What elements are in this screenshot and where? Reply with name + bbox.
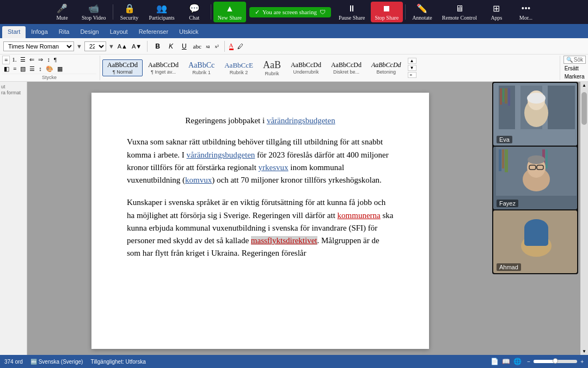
tab-referenser[interactable]: Referenser [133, 26, 174, 38]
line-spacing-button[interactable]: ↕ [37, 65, 44, 73]
style-heading2[interactable]: AaBbCcE Rubrik 2 [220, 60, 258, 76]
link-yrkesvux[interactable]: yrkesvux [259, 163, 289, 172]
show-marks-button[interactable]: ¶ [52, 56, 58, 64]
svg-rect-5 [500, 88, 502, 105]
style-subtle-emph[interactable]: AaBbCcDd Diskret be... [327, 60, 366, 76]
web-layout-button[interactable]: 🌐 [513, 358, 522, 365]
tab-infoga[interactable]: Infoga [26, 26, 53, 38]
decrease-font-button[interactable]: A▼ [132, 43, 142, 50]
more-icon: ••• [522, 4, 531, 14]
style-subtitle[interactable]: AaBbCcDd Underrubrik [286, 60, 326, 76]
language-flag: 🔤 [30, 359, 37, 365]
chat-button[interactable]: 💬 Chat [180, 2, 209, 22]
align-center-button[interactable]: ≡ [11, 65, 18, 73]
strikethrough-button[interactable]: abc [193, 43, 201, 50]
style-emphasis[interactable]: AaBbCcDd Betoning [367, 60, 406, 76]
annotate-button[interactable]: ✏️ Annotate [408, 2, 437, 22]
underline-button[interactable]: U [179, 41, 190, 51]
search-icon: 🔍 [566, 57, 573, 63]
multi-list-button[interactable]: ☰ [19, 56, 27, 64]
font-family-select[interactable]: Times New Roman [3, 41, 74, 51]
replace-button[interactable]: Ersätt [564, 65, 586, 72]
stop-icon: ⏹ [382, 4, 391, 14]
scroll-down-arrow[interactable]: ▼ [582, 349, 586, 354]
styles-scroll-down[interactable]: ▼ [408, 65, 416, 71]
link-kommunerna[interactable]: kommunerna [338, 211, 381, 220]
security-icon: 🔒 [124, 3, 135, 14]
video-panel: Eva [492, 82, 578, 274]
zoom-minus[interactable]: − [527, 359, 530, 365]
read-mode-button[interactable]: 📖 [502, 358, 510, 365]
font-color-button[interactable]: A [229, 42, 234, 50]
remote-control-button[interactable]: 🖥 Remote Control [438, 2, 481, 22]
paragraph-group-label: Stycke [2, 74, 96, 80]
style-heading1[interactable]: AaBbCc Rubrik 1 [184, 60, 219, 76]
sort-button[interactable]: ↕ [45, 56, 52, 64]
svg-rect-31 [524, 227, 548, 246]
superscript-button[interactable]: x² [215, 44, 218, 49]
styles-scroll-up[interactable]: ▲ [408, 58, 416, 64]
indent-decrease-button[interactable]: ⇐ [28, 56, 36, 64]
chat-icon: 💬 [189, 3, 200, 14]
document-scroll-area[interactable]: Regeringens jobbpaket i vårändringsbudge… [27, 82, 580, 355]
participants-button[interactable]: 👥 Participants [145, 2, 179, 22]
style-title[interactable]: AaB Rubrik [259, 58, 285, 77]
subscript-button[interactable]: x₂ [206, 44, 211, 49]
align-left-button[interactable]: ◧ [2, 65, 11, 73]
svg-rect-19 [546, 149, 548, 168]
apps-icon: ⊞ [493, 3, 500, 14]
heading-link[interactable]: vårändringsbudgeten [267, 116, 335, 125]
link-komvux[interactable]: komvux [185, 176, 212, 184]
styles-more[interactable]: ≡ [408, 72, 416, 78]
bullet-list-button[interactable]: ≡ [2, 56, 10, 64]
scroll-up-arrow[interactable]: ▲ [582, 83, 586, 88]
annotate-icon: ✏️ [416, 3, 427, 14]
tab-design[interactable]: Design [75, 26, 104, 38]
highlight-button[interactable]: 🖊 [236, 43, 245, 50]
stop-video-button[interactable]: 📹 Stop Video [77, 2, 111, 22]
pause-share-button[interactable]: ⏸ Pause Share [334, 2, 370, 22]
font-size-select[interactable]: 22 [84, 41, 106, 51]
numbered-list-button[interactable]: 1. [10, 56, 18, 64]
screen-sharing-banner: ✓ You are screen sharing 🛡 [249, 7, 331, 17]
select-button[interactable]: Markera [564, 73, 586, 80]
style-normal[interactable]: AaBbCcDd ¶ Normal [102, 59, 143, 76]
align-right-button[interactable]: ▧ [19, 65, 27, 73]
search-field-container[interactable]: 🔍 Sök [564, 56, 586, 64]
indent-increase-button[interactable]: ⇒ [36, 56, 45, 64]
more-button[interactable]: ••• Mor... [512, 2, 540, 22]
accessibility-status[interactable]: Tillgänglighet: Utforska [90, 359, 145, 365]
language-indicator: 🔤 Svenska (Sverige) [30, 359, 83, 365]
security-button[interactable]: 🔒 Security [115, 2, 144, 22]
increase-font-button[interactable]: A▲ [118, 43, 127, 50]
link-varandringsbudgeten[interactable]: vårändringsbudgeten [187, 150, 255, 159]
style-no-spacing[interactable]: AaBbCcDd ¶ Inget av... [144, 60, 183, 76]
tab-start[interactable]: Start [2, 26, 26, 38]
bold-button[interactable]: B [152, 41, 163, 51]
vertical-scrollbar[interactable]: ▲ ▼ [580, 82, 588, 355]
shading-button[interactable]: 🎨 [44, 65, 55, 73]
border-button[interactable]: ▦ [56, 65, 64, 73]
toolbar-separator-3 [405, 4, 406, 20]
new-share-button[interactable]: ▲ New Share [213, 2, 246, 22]
toolbar-divider-2 [224, 41, 225, 52]
mute-button[interactable]: 🎤 Mute [48, 2, 76, 22]
ribbon-tab-bar: Start Infoga Rita Design Layout Referens… [0, 24, 588, 38]
zoom-slider[interactable] [534, 360, 577, 363]
italic-button[interactable]: K [166, 41, 176, 51]
scrollbar-thumb[interactable] [581, 92, 587, 125]
link-massflyktsdirektivet[interactable]: massflyktsdirektivet [251, 236, 317, 245]
stop-share-button[interactable]: ⏹ Stop Share [371, 2, 403, 22]
svg-rect-8 [508, 88, 510, 106]
apps-button[interactable]: ⊞ Apps [482, 2, 511, 22]
tab-utskick[interactable]: Utskick [174, 26, 204, 38]
tab-rita[interactable]: Rita [53, 26, 75, 38]
justify-button[interactable]: ☰ [28, 65, 36, 73]
zoom-plus[interactable]: + [580, 359, 584, 365]
tab-layout[interactable]: Layout [105, 26, 133, 38]
word-count: 374 ord [4, 359, 23, 365]
view-mode-button[interactable]: 📄 [491, 358, 499, 365]
document-heading: Regeringens jobbpaket i vårändringsbudge… [127, 114, 394, 127]
align-buttons: ◧ ≡ ▧ ☰ ↕ 🎨 ▦ [2, 65, 96, 73]
zoom-thumb[interactable] [553, 358, 558, 364]
